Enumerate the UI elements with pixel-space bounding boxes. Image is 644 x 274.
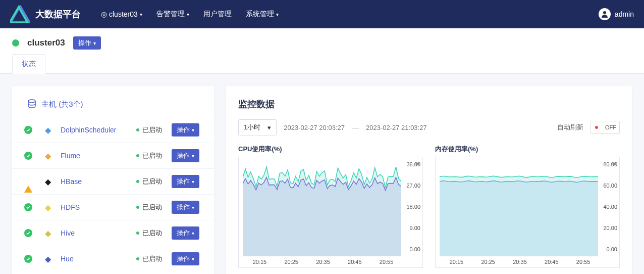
time-separator: —: [352, 123, 359, 131]
chevron-down-icon: ▾: [192, 127, 194, 133]
nav-item-system[interactable]: 系统管理 ▾: [246, 10, 279, 19]
state-dot-icon: [136, 154, 139, 157]
service-operate-button[interactable]: 操作▾: [172, 123, 199, 136]
chart-area: ≡36.0027.0018.009.000.0020:1520:2520:352…: [238, 157, 423, 268]
service-link[interactable]: DolphinScheduler: [61, 126, 117, 134]
nav-item-alarm[interactable]: 告警管理 ▾: [156, 10, 189, 19]
status-warn-icon: [24, 177, 32, 193]
hosts-link[interactable]: 主机 (共3个): [12, 92, 214, 117]
avatar-icon: [599, 8, 611, 20]
service-row: ◆Hue已启动操作▾: [12, 246, 214, 271]
service-hue-icon: ◆: [42, 253, 53, 264]
time-from: 2023-02-27 20:03:27: [284, 124, 345, 131]
x-tick-label: 20:15: [253, 259, 267, 265]
state-dot-icon: [136, 232, 139, 235]
chart: 内存使用率(%)≡80.0060.0040.0020.000.0020:1520…: [435, 145, 620, 268]
svg-point-3: [28, 100, 35, 103]
service-flume-icon: ◆: [42, 150, 53, 161]
status-dot-ok-icon: [12, 39, 19, 47]
hosts-label: 主机 (共3个): [41, 100, 83, 109]
database-icon: [27, 99, 36, 110]
status-ok-icon: [24, 152, 32, 160]
service-dolphin-icon: ◆: [42, 124, 53, 135]
brand-logo-icon: [10, 5, 30, 23]
service-operate-button[interactable]: 操作▾: [172, 201, 199, 214]
y-tick-label: 9.00: [404, 225, 420, 231]
service-link[interactable]: Hue: [61, 255, 74, 263]
chevron-down-icon: ▾: [267, 124, 271, 131]
service-row: ◆DolphinScheduler已启动操作▾: [12, 117, 214, 143]
chevron-down-icon: ▾: [192, 179, 194, 185]
time-range-select[interactable]: 1小时 ▾: [238, 119, 277, 135]
x-tick-label: 20:55: [576, 259, 591, 265]
y-tick-label: 27.00: [404, 182, 420, 189]
cluster-operate-button[interactable]: 操作 ▾: [73, 36, 101, 50]
brand-title: 大数据平台: [35, 8, 81, 20]
tab-status[interactable]: 状态: [12, 54, 45, 74]
toggle-indicator-icon: [595, 126, 598, 129]
nav-item-label: 用户管理: [203, 10, 232, 19]
y-tick-label: 0.00: [601, 246, 617, 252]
service-link[interactable]: HBase: [61, 177, 82, 186]
service-hbase-icon: ◆: [42, 176, 53, 187]
status-ok-icon: [24, 229, 32, 237]
chevron-down-icon: ▾: [192, 231, 194, 236]
service-operate-button[interactable]: 操作▾: [172, 175, 199, 188]
chevron-down-icon: ▾: [192, 256, 194, 262]
chart: CPU使用率(%)≡36.0027.0018.009.000.0020:1520…: [238, 145, 423, 268]
monitoring-panel: 监控数据 1小时 ▾ 2023-02-27 20:03:27 — 2023-02…: [226, 86, 632, 274]
nav-item-users[interactable]: 用户管理: [203, 10, 232, 19]
user-menu[interactable]: admin: [599, 8, 634, 20]
service-row: ◆Hive已启动操作▾: [12, 220, 214, 246]
toggle-state-label: OFF: [605, 124, 616, 130]
state-dot-icon: [136, 257, 139, 260]
x-tick-label: 20:45: [348, 259, 362, 265]
auto-refresh-toggle[interactable]: OFF: [591, 121, 620, 134]
service-link[interactable]: Flume: [61, 152, 80, 160]
service-row: ◆Flume已启动操作▾: [12, 143, 214, 169]
state-dot-icon: [136, 206, 139, 209]
service-operate-button[interactable]: 操作▾: [172, 226, 199, 240]
button-label: 操作: [177, 203, 190, 212]
nav-items: ◎ cluster03 ▾ 告警管理 ▾ 用户管理 系统管理 ▾: [101, 10, 279, 19]
chart-title: CPU使用率(%): [238, 145, 423, 154]
nav-cluster-selector[interactable]: ◎ cluster03 ▾: [101, 10, 142, 18]
top-nav: 大数据平台 ◎ cluster03 ▾ 告警管理 ▾ 用户管理 系统管理 ▾ a…: [0, 0, 644, 28]
chart-title: 内存使用率(%): [435, 145, 620, 154]
chevron-down-icon: ▾: [93, 40, 96, 46]
chart-canvas: [440, 161, 598, 256]
chart-menu-icon[interactable]: ≡: [612, 159, 616, 167]
services-panel: 主机 (共3个) ◆DolphinScheduler已启动操作▾◆Flume已启…: [12, 86, 214, 274]
button-label: 操作: [177, 254, 190, 263]
service-state: 已启动: [136, 177, 172, 186]
time-to: 2023-02-27 21:03:27: [366, 124, 427, 131]
service-link[interactable]: Hive: [61, 229, 75, 237]
monitoring-title: 监控数据: [238, 98, 620, 110]
x-axis: 20:1520:2520:3520:4520:55: [436, 256, 619, 267]
x-tick-label: 20:45: [545, 259, 559, 265]
x-tick-label: 20:35: [316, 259, 330, 265]
x-tick-label: 20:35: [513, 259, 527, 265]
service-state: 已启动: [136, 203, 172, 212]
button-label: 操作: [177, 151, 190, 160]
service-operate-button[interactable]: 操作▾: [172, 149, 199, 162]
nav-item-label: 告警管理: [156, 10, 185, 19]
y-tick-label: 60.00: [601, 182, 617, 189]
state-dot-icon: [136, 128, 139, 131]
y-tick-label: 18.00: [404, 204, 420, 210]
y-tick-label: 0.00: [404, 246, 420, 252]
brand[interactable]: 大数据平台: [10, 5, 81, 23]
service-state: 已启动: [136, 254, 172, 263]
svg-point-2: [603, 11, 606, 14]
chevron-down-icon: ▾: [192, 205, 194, 210]
svg-marker-7: [440, 181, 598, 257]
charts-row: CPU使用率(%)≡36.0027.0018.009.000.0020:1520…: [238, 145, 620, 268]
chart-menu-icon[interactable]: ≡: [415, 159, 419, 167]
y-axis: 80.0060.0040.0020.000.00: [599, 157, 619, 256]
service-operate-button[interactable]: 操作▾: [172, 252, 199, 265]
status-ok-icon: [24, 126, 32, 134]
chevron-down-icon: ▾: [140, 12, 142, 17]
service-link[interactable]: HDFS: [61, 203, 80, 211]
button-label: 操作: [177, 125, 190, 134]
chevron-down-icon: ▾: [187, 12, 189, 17]
